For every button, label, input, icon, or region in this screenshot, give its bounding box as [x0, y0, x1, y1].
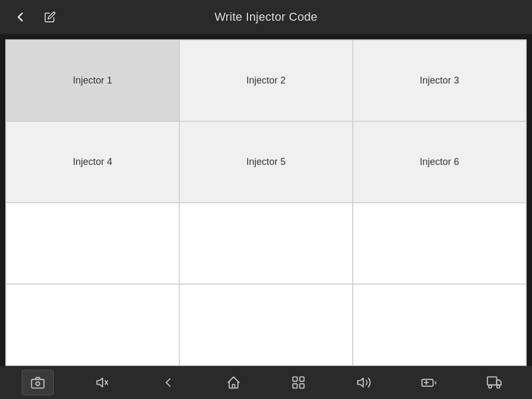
injector-cell-12[interactable] — [353, 284, 526, 365]
injector-cell-10[interactable] — [6, 284, 179, 365]
svg-rect-7 — [293, 384, 297, 388]
svg-marker-9 — [358, 378, 363, 387]
volume-down-button[interactable] — [87, 370, 119, 395]
svg-rect-0 — [32, 379, 44, 388]
recents-button[interactable] — [282, 370, 314, 395]
injector-cell-11[interactable] — [179, 284, 353, 365]
svg-rect-5 — [293, 377, 297, 381]
svg-marker-15 — [496, 380, 501, 385]
svg-marker-2 — [97, 378, 103, 387]
injector-grid: Injector 1 Injector 2 Injector 3 Injecto… — [5, 39, 527, 366]
injector-cell-1[interactable]: Injector 1 — [6, 40, 179, 121]
page-title: Write Injector Code — [214, 10, 318, 24]
camera-button[interactable] — [22, 370, 54, 395]
svg-rect-8 — [300, 384, 304, 388]
injector-grid-container: Injector 1 Injector 2 Injector 3 Injecto… — [5, 39, 527, 366]
system-back-button[interactable] — [152, 370, 184, 395]
svg-point-1 — [36, 382, 40, 386]
header: Write Injector Code — [0, 0, 532, 34]
edit-button[interactable] — [40, 7, 60, 27]
bottom-navigation — [0, 366, 532, 399]
injector-cell-7[interactable] — [6, 203, 179, 284]
battery-button[interactable] — [413, 370, 445, 395]
injector-cell-8[interactable] — [179, 203, 353, 284]
injector-cell-9[interactable] — [353, 203, 526, 284]
injector-cell-5[interactable]: Injector 5 — [179, 121, 353, 203]
injector-cell-3[interactable]: Injector 3 — [353, 40, 526, 121]
home-button[interactable] — [218, 370, 250, 395]
injector-cell-4[interactable]: Injector 4 — [6, 121, 179, 203]
back-button[interactable] — [11, 7, 30, 27]
injector-cell-6[interactable]: Injector 6 — [353, 121, 526, 203]
svg-point-16 — [488, 385, 492, 388]
svg-rect-6 — [300, 377, 304, 381]
injector-cell-2[interactable]: Injector 2 — [179, 40, 353, 121]
svg-point-17 — [496, 385, 500, 388]
svg-rect-14 — [487, 377, 497, 385]
truck-button[interactable] — [478, 370, 510, 395]
volume-up-button[interactable] — [348, 370, 380, 395]
